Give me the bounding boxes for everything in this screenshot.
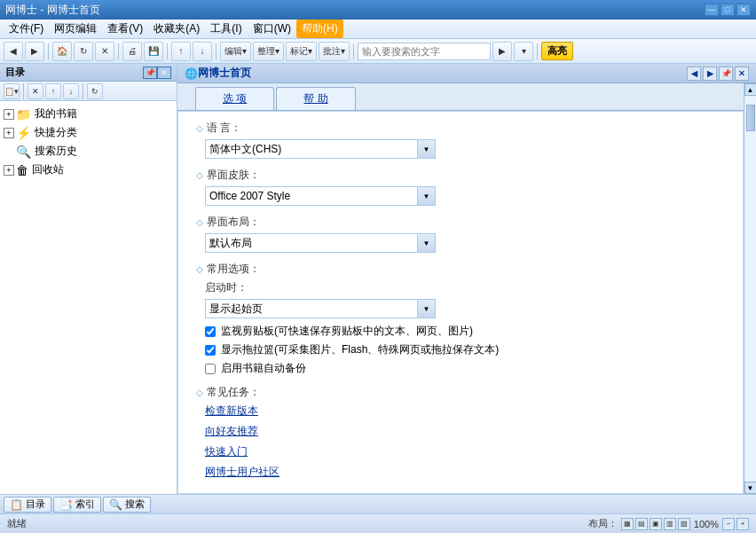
startup-dropdown-btn[interactable]: ▼ [418, 299, 436, 318]
layout-icon-2[interactable]: ▤ [635, 518, 648, 530]
search-options-button[interactable]: ▾ [514, 42, 533, 61]
menu-help[interactable]: 帮助(H) [296, 20, 343, 38]
clipboard-checkbox[interactable] [205, 326, 216, 337]
tree-item-recycle[interactable]: + 🗑 回收站 [0, 161, 177, 179]
common-options-section: 常用选项： 启动时： 显示起始页 显示上次页面 显示空白页 ▼ [196, 262, 725, 376]
zoom-controls: − + [722, 518, 749, 530]
next-page-button[interactable]: ▶ [703, 67, 717, 81]
dragbasket-checkbox-item: 显示拖拉篮(可采集图片、Flash、特殊网页或拖拉保存文本) [205, 342, 725, 357]
bottom-tab-index[interactable]: 📑 索引 [53, 497, 101, 513]
organize-dropdown[interactable]: 整理▾ [253, 42, 284, 61]
scrollbar-thumb[interactable] [746, 105, 755, 131]
skin-dropdown-btn[interactable]: ▼ [418, 186, 436, 206]
menu-window[interactable]: 窗口(W) [248, 20, 296, 38]
quick-cat-icon: ⚡ [16, 126, 31, 140]
menu-view[interactable]: 查看(V) [102, 20, 148, 38]
expander-recycle[interactable]: + [4, 165, 14, 176]
expander-quick-cat[interactable]: + [4, 128, 14, 138]
print-button[interactable]: 🖨 [122, 42, 142, 61]
layout-icon-4[interactable]: ▥ [664, 518, 676, 530]
sidebar-down-button[interactable]: ↓ [63, 83, 79, 99]
toolbar-separator-4 [216, 43, 217, 59]
skin-section: 界面皮肤： Office 2007 Style Classic Style Da… [196, 168, 725, 206]
refresh-button[interactable]: ↻ [74, 42, 93, 61]
down-button[interactable]: ↓ [193, 42, 212, 61]
search-input[interactable] [358, 43, 491, 60]
tree-item-my-books[interactable]: + 📁 我的书籍 [0, 105, 177, 123]
up-button[interactable]: ↑ [171, 42, 191, 61]
close-button[interactable]: ✕ [736, 4, 751, 16]
layout-icon-3[interactable]: ▣ [650, 518, 662, 530]
language-dropdown[interactable]: 简体中文(CHS) 繁體中文(CHT) English [205, 139, 418, 159]
sidebar-up-button[interactable]: ↑ [45, 83, 61, 99]
status-text: 就绪 [7, 517, 27, 530]
layout-icon-1[interactable]: ▦ [621, 518, 634, 530]
sidebar-dropdown-button[interactable]: 📋▾ [4, 83, 20, 99]
menu-edit[interactable]: 网页编辑 [49, 20, 102, 38]
bottom-tab-search[interactable]: 🔍 搜索 [103, 497, 151, 513]
recommend-link[interactable]: 向好友推荐 [205, 424, 725, 439]
search-go-button[interactable]: ▶ [492, 42, 512, 61]
edit-dropdown[interactable]: 编辑▾ [220, 42, 251, 61]
layout-dropdown-wrapper: 默认布局 简洁布局 专业布局 ▼ [205, 233, 725, 253]
language-label: 语 言： [196, 121, 725, 136]
menu-tools[interactable]: 工具(I) [205, 20, 247, 38]
forward-button[interactable]: ▶ [25, 42, 44, 61]
prev-page-button[interactable]: ◀ [687, 67, 701, 81]
tab-help[interactable]: 帮 助 [276, 87, 355, 110]
content-pin-button[interactable]: 📌 [719, 67, 733, 81]
zoom-in-button[interactable]: + [736, 518, 749, 530]
sidebar-add-button[interactable]: ✕ [28, 83, 43, 99]
layout-icon-5[interactable]: ▧ [678, 518, 690, 530]
folder-icon: 📁 [16, 107, 31, 121]
back-button[interactable]: ◀ [4, 42, 23, 61]
highlight-button[interactable]: 高亮 [541, 42, 573, 60]
scroll-down-button[interactable]: ▼ [744, 482, 757, 494]
layout-dropdown[interactable]: 默认布局 简洁布局 专业布局 [205, 233, 418, 253]
stop-button[interactable]: ✕ [95, 42, 114, 61]
sidebar-refresh-button[interactable]: ↻ [87, 83, 103, 99]
tree-item-quick-cat[interactable]: + ⚡ 快捷分类 [0, 123, 177, 142]
home-button[interactable]: 🏠 [52, 42, 72, 61]
maximize-button[interactable]: □ [721, 4, 735, 16]
status-bar: 就绪 布局： ▦ ▤ ▣ ▥ ▧ 100% − + [0, 513, 756, 533]
language-dropdown-wrapper: 简体中文(CHS) 繁體中文(CHT) English ▼ [205, 139, 725, 159]
startup-dropdown-wrapper: 显示起始页 显示上次页面 显示空白页 ▼ [205, 299, 725, 318]
check-update-link[interactable]: 检查新版本 [205, 404, 725, 419]
batch-dropdown[interactable]: 批注▾ [319, 42, 350, 61]
community-link[interactable]: 网博士用户社区 [205, 465, 725, 480]
scrollbar-track[interactable] [745, 96, 756, 482]
sidebar-sep2 [83, 83, 83, 99]
skin-dropdown-wrapper: Office 2007 Style Classic Style Dark Sty… [205, 186, 725, 206]
sidebar-pin-button[interactable]: 📌 [143, 67, 157, 79]
startup-dropdown[interactable]: 显示起始页 显示上次页面 显示空白页 [205, 299, 418, 318]
quick-start-link[interactable]: 快速入门 [205, 444, 725, 459]
language-dropdown-btn[interactable]: ▼ [418, 139, 436, 159]
sidebar-close-button[interactable]: ✕ [157, 67, 171, 79]
tree-label-quick-cat: 快捷分类 [35, 125, 77, 140]
autobackup-label: 启用书籍自动备份 [221, 361, 306, 376]
autobackup-checkbox[interactable] [205, 364, 216, 374]
tab-options[interactable]: 选 项 [195, 87, 274, 110]
tree-label-my-books: 我的书籍 [35, 106, 77, 121]
skin-label: 界面皮肤： [196, 168, 725, 183]
expander-my-books[interactable]: + [4, 109, 14, 120]
scroll-up-button[interactable]: ▲ [744, 83, 757, 96]
layout-dropdown-btn[interactable]: ▼ [418, 233, 436, 253]
bottom-tab-toc-label: 目录 [26, 498, 45, 511]
status-right: 布局： ▦ ▤ ▣ ▥ ▧ 100% − + [588, 517, 749, 530]
menu-favorites[interactable]: 收藏夹(A) [148, 20, 205, 38]
bottom-tab-toc[interactable]: 📋 目录 [4, 497, 51, 513]
clipboard-label: 监视剪贴板(可快速保存剪贴板中的文本、网页、图片) [221, 324, 473, 339]
save-button[interactable]: 💾 [144, 42, 163, 61]
tree-label-search-history: 搜索历史 [35, 144, 77, 159]
skin-dropdown[interactable]: Office 2007 Style Classic Style Dark Sty… [205, 186, 418, 206]
dragbasket-label: 显示拖拉篮(可采集图片、Flash、特殊网页或拖拉保存文本) [221, 342, 499, 357]
content-close-button[interactable]: ✕ [735, 67, 749, 81]
zoom-out-button[interactable]: − [722, 518, 735, 530]
dragbasket-checkbox[interactable] [205, 345, 216, 356]
mark-dropdown[interactable]: 标记▾ [286, 42, 317, 61]
minimize-button[interactable]: — [705, 4, 719, 16]
menu-file[interactable]: 文件(F) [4, 20, 49, 38]
tree-item-search-history[interactable]: 🔍 搜索历史 [0, 142, 177, 161]
